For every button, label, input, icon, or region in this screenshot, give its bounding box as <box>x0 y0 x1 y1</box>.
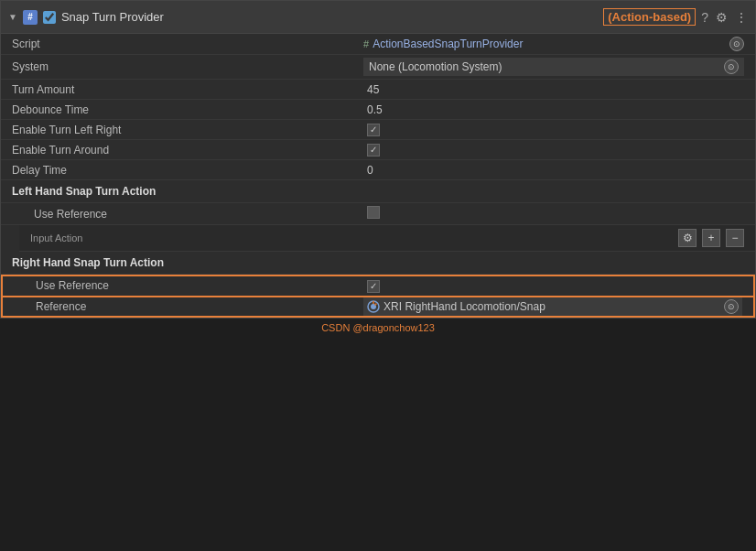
header-action-icons: ? ⚙ ⋮ <box>701 10 748 25</box>
enable-around-row: Enable Turn Around ✓ <box>1 140 755 160</box>
script-value-container: # ActionBasedSnapTurnProvider ⊙ <box>363 37 744 51</box>
right-use-reference-checkbox[interactable]: ✓ <box>367 280 380 293</box>
script-row: Script # ActionBasedSnapTurnProvider ⊙ <box>1 34 755 55</box>
system-picker-button[interactable]: ⊙ <box>724 59 739 74</box>
component-icon: # <box>23 10 38 25</box>
script-picker-button[interactable]: ⊙ <box>729 37 744 51</box>
left-use-reference-checkbox[interactable] <box>367 206 380 219</box>
right-reference-picker-button[interactable]: ⊙ <box>724 299 739 314</box>
right-hand-title: Right Hand Snap Turn Action <box>12 256 164 269</box>
right-reference-row: Reference XRI RightHand Locomotion/Snap … <box>1 297 755 318</box>
script-value: ActionBasedSnapTurnProvider <box>373 38 523 50</box>
system-row: System None (Locomotion System) ⊙ <box>1 55 755 80</box>
collapse-arrow[interactable]: ▼ <box>8 12 17 22</box>
enable-left-right-value: ✓ <box>363 120 744 139</box>
input-action-add-button[interactable]: + <box>702 229 720 247</box>
reference-asset-icon <box>367 300 380 313</box>
debounce-row: Debounce Time 0.5 <box>1 100 755 120</box>
enable-left-right-row: Enable Turn Left Right ✓ <box>1 120 755 140</box>
debounce-value: 0.5 <box>363 101 744 119</box>
turn-amount-label: Turn Amount <box>12 81 363 99</box>
enable-around-checkbox[interactable]: ✓ <box>367 144 380 157</box>
input-action-label: Input Action <box>30 232 673 243</box>
input-action-row: Input Action ⚙ + − <box>19 225 755 252</box>
right-use-reference-row: Use Reference ✓ <box>1 275 755 297</box>
right-reference-label: Reference <box>14 297 363 316</box>
script-hash-icon: # <box>363 38 369 49</box>
right-reference-value[interactable]: XRI RightHand Locomotion/Snap ⊙ <box>363 297 742 316</box>
svg-line-3 <box>375 303 377 305</box>
watermark: CSDN @dragonchow123 <box>0 319 756 337</box>
enable-left-right-label: Enable Turn Left Right <box>12 121 363 139</box>
settings-icon[interactable]: ⚙ <box>716 10 728 25</box>
enable-around-value: ✓ <box>363 140 744 159</box>
turn-amount-value: 45 <box>363 81 744 99</box>
enable-left-right-checkbox[interactable]: ✓ <box>367 124 380 136</box>
input-action-settings-button[interactable]: ⚙ <box>678 229 697 247</box>
component-header: ▼ # Snap Turn Provider (Action-based) ? … <box>1 1 755 34</box>
more-icon[interactable]: ⋮ <box>735 10 748 25</box>
debounce-label: Debounce Time <box>12 101 363 119</box>
help-icon[interactable]: ? <box>701 10 708 25</box>
input-action-remove-button[interactable]: − <box>726 229 744 247</box>
system-value: None (Locomotion System) <box>369 60 724 73</box>
right-reference-value-text: XRI RightHand Locomotion/Snap <box>383 300 545 313</box>
delay-value: 0 <box>363 161 744 179</box>
right-hand-section-header: Right Hand Snap Turn Action <box>1 252 755 275</box>
turn-amount-row: Turn Amount 45 <box>1 80 755 100</box>
script-label: Script <box>12 38 363 50</box>
system-value-container: None (Locomotion System) ⊙ <box>363 58 744 76</box>
enable-around-label: Enable Turn Around <box>12 141 363 159</box>
right-use-reference-label: Use Reference <box>14 276 363 295</box>
right-use-reference-value: ✓ <box>363 276 742 296</box>
delay-row: Delay Time 0 <box>1 160 755 180</box>
left-hand-title: Left Hand Snap Turn Action <box>12 185 156 198</box>
left-use-reference-value <box>363 203 744 224</box>
left-hand-section-header: Left Hand Snap Turn Action <box>1 180 755 203</box>
inspector-panel: ▼ # Snap Turn Provider (Action-based) ? … <box>0 0 756 319</box>
delay-label: Delay Time <box>12 161 363 179</box>
left-use-reference-row: Use Reference <box>1 203 755 225</box>
component-title: Snap Turn Provider <box>61 10 598 24</box>
component-tag: (Action-based) <box>603 8 696 26</box>
system-label: System <box>12 60 363 73</box>
component-enabled-checkbox[interactable] <box>43 11 56 24</box>
left-use-reference-label: Use Reference <box>12 205 363 223</box>
